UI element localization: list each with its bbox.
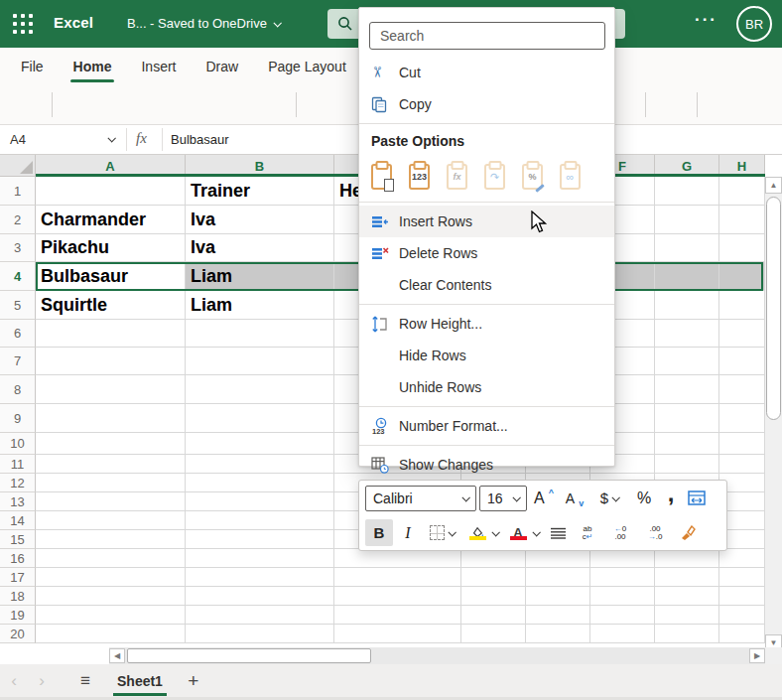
cell-A18[interactable]	[36, 587, 186, 606]
cell-G17[interactable]	[655, 568, 719, 587]
prev-sheet-icon[interactable]: ‹	[0, 671, 28, 691]
cell-A6[interactable]	[36, 320, 186, 348]
cell-A14[interactable]	[36, 511, 186, 530]
cell-B11[interactable]	[186, 455, 334, 474]
cell-A1[interactable]	[36, 177, 186, 206]
cell-D20[interactable]	[461, 625, 526, 643]
cell-H16[interactable]	[719, 549, 765, 568]
cell-B2[interactable]: Iva	[186, 206, 334, 234]
cell-C16[interactable]	[334, 549, 461, 568]
row-header-15[interactable]: 15	[0, 530, 36, 549]
format-painter-icon[interactable]	[674, 519, 702, 546]
cell-A17[interactable]	[36, 568, 186, 587]
cell-B4[interactable]: Liam	[186, 262, 334, 291]
cell-E18[interactable]	[526, 587, 590, 606]
cell-B15[interactable]	[186, 530, 334, 549]
row-header-9[interactable]: 9	[0, 404, 36, 433]
scroll-left-icon[interactable]: ◀	[109, 648, 125, 663]
cell-E17[interactable]	[526, 568, 590, 587]
cell-G4[interactable]	[655, 262, 719, 291]
tab-insert[interactable]: Insert	[126, 48, 191, 84]
percent-format-button[interactable]: %	[630, 485, 658, 511]
font-size-select[interactable]: 16	[479, 486, 527, 511]
tab-file[interactable]: File	[6, 48, 59, 84]
borders-button[interactable]	[423, 519, 460, 546]
cell-H4[interactable]	[719, 262, 765, 291]
cell-A8[interactable]	[36, 375, 186, 404]
name-box[interactable]: A4	[0, 125, 126, 154]
menu-item-cut[interactable]: ✂Cut	[359, 57, 614, 88]
cell-A5[interactable]: Squirtle	[36, 291, 186, 320]
row-header-3[interactable]: 3	[0, 234, 36, 262]
cell-H19[interactable]	[719, 606, 765, 625]
cell-G10[interactable]	[655, 433, 719, 455]
menu-item-delete-rows[interactable]: Delete Rows	[359, 237, 614, 269]
cell-H8[interactable]	[719, 375, 765, 404]
menu-item-insert-rows[interactable]: Insert Rows	[359, 206, 614, 237]
menu-item-clear-contents[interactable]: Clear Contents	[359, 269, 614, 301]
scroll-right-icon[interactable]: ▶	[749, 648, 765, 663]
cell-H1[interactable]	[719, 177, 765, 206]
vertical-scrollbar-thumb[interactable]	[766, 197, 781, 420]
comma-format-button[interactable]: ,	[661, 485, 681, 511]
document-title-menu[interactable]: B... - Saved to OneDrive	[127, 16, 280, 31]
cell-A7[interactable]	[36, 348, 186, 375]
paste-formatting-icon[interactable]: %	[522, 164, 543, 190]
row-header-1[interactable]: 1	[0, 177, 36, 206]
cell-E16[interactable]	[526, 549, 590, 568]
cell-H18[interactable]	[719, 587, 765, 606]
horizontal-scrollbar-thumb[interactable]	[127, 648, 371, 663]
cell-H10[interactable]	[719, 433, 765, 455]
cell-F17[interactable]	[590, 568, 655, 587]
cell-B13[interactable]	[186, 492, 334, 511]
cell-G19[interactable]	[655, 606, 719, 625]
paste-formulas-icon[interactable]: fx	[447, 164, 467, 190]
paste-values-icon[interactable]: 123	[409, 164, 430, 190]
cell-C20[interactable]	[334, 625, 461, 643]
cell-A16[interactable]	[36, 549, 186, 568]
header-more-icon[interactable]: ···	[695, 10, 717, 30]
row-header-19[interactable]: 19	[0, 606, 36, 625]
cell-G11[interactable]	[655, 455, 719, 474]
cell-B5[interactable]: Liam	[186, 291, 334, 320]
cell-G5[interactable]	[655, 291, 719, 320]
cell-H5[interactable]	[719, 291, 765, 320]
cell-B17[interactable]	[186, 568, 334, 587]
autofit-icon[interactable]	[684, 485, 710, 511]
cell-D17[interactable]	[461, 568, 526, 587]
context-menu-search-input[interactable]	[369, 22, 605, 50]
row-header-14[interactable]: 14	[0, 511, 36, 530]
scroll-up-icon[interactable]: ▲	[765, 177, 782, 194]
horizontal-scrollbar[interactable]: ◀ ▶	[36, 647, 765, 664]
row-header-5[interactable]: 5	[0, 291, 36, 320]
select-all-corner[interactable]	[0, 155, 36, 177]
cell-H17[interactable]	[719, 568, 765, 587]
cell-B20[interactable]	[186, 625, 334, 643]
row-header-2[interactable]: 2	[0, 206, 36, 234]
cell-E20[interactable]	[526, 625, 590, 643]
row-header-6[interactable]: 6	[0, 320, 36, 348]
fx-icon[interactable]: fx	[136, 130, 147, 147]
cell-H6[interactable]	[719, 320, 765, 348]
menu-item-hide-rows[interactable]: Hide Rows	[359, 340, 614, 371]
menu-item-row-height[interactable]: Row Height...	[359, 308, 614, 340]
cell-B7[interactable]	[186, 348, 334, 375]
cell-A11[interactable]	[36, 455, 186, 474]
row-header-10[interactable]: 10	[0, 433, 36, 455]
cell-B3[interactable]: Iva	[186, 234, 334, 262]
cell-B10[interactable]	[186, 433, 334, 455]
bold-button[interactable]: B	[365, 519, 393, 546]
cell-D18[interactable]	[461, 587, 526, 606]
cell-F16[interactable]	[590, 549, 655, 568]
cell-C17[interactable]	[334, 568, 461, 587]
tab-page-layout[interactable]: Page Layout	[253, 48, 361, 84]
cell-C19[interactable]	[334, 606, 461, 625]
font-name-select[interactable]: Calibri	[365, 486, 476, 511]
all-sheets-icon[interactable]: ≡	[67, 671, 103, 691]
menu-item-number-format[interactable]: 123Number Format...	[359, 410, 614, 442]
cell-B14[interactable]	[186, 511, 334, 530]
formula-input[interactable]: Bulbasaur	[171, 132, 229, 147]
cell-H7[interactable]	[719, 348, 765, 375]
cell-G20[interactable]	[655, 625, 719, 643]
row-header-12[interactable]: 12	[0, 474, 36, 492]
